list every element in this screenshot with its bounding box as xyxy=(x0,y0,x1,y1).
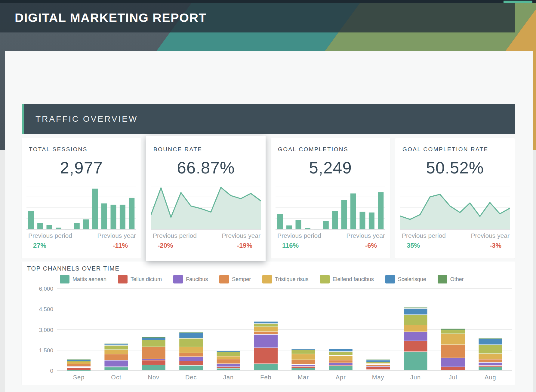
bar-segment-mattis-aenean[interactable] xyxy=(479,367,502,370)
bar-segment-scelerisque[interactable] xyxy=(104,344,128,345)
bar-segment-other[interactable] xyxy=(441,329,465,330)
bar-segment-tellus-dictum[interactable] xyxy=(479,366,502,367)
bar-segment-mattis-aenean[interactable] xyxy=(104,367,128,370)
legend-item-tellus-dictum[interactable]: Tellus dictum xyxy=(118,275,162,283)
bar-segment-scelerisque[interactable] xyxy=(329,349,353,351)
bar-segment-mattis-aenean[interactable] xyxy=(142,365,165,370)
bar-segment-other[interactable] xyxy=(254,321,278,321)
bar-segment-tellus-dictum[interactable] xyxy=(366,367,390,369)
bar-segment-tellus-dictum[interactable] xyxy=(217,367,240,368)
bar-segment-tristique-risus[interactable] xyxy=(104,350,128,354)
scroll-progress-indicator[interactable] xyxy=(504,1,532,3)
bar-segment-mattis-aenean[interactable] xyxy=(366,370,390,370)
bar-segment-scelerisque[interactable] xyxy=(366,360,390,362)
bar-segment-tristique-risus[interactable] xyxy=(441,334,465,345)
bar-segment-scelerisque[interactable] xyxy=(479,339,502,345)
bar-segment-other[interactable] xyxy=(217,351,240,351)
legend-item-faucibus[interactable]: Faucibus xyxy=(173,275,208,283)
bar-segment-semper[interactable] xyxy=(67,364,91,366)
bar-segment-tellus-dictum[interactable] xyxy=(291,367,315,368)
bar-segment-scelerisque[interactable] xyxy=(291,349,315,350)
bar-segment-faucibus[interactable] xyxy=(104,360,128,366)
bar-segment-semper[interactable] xyxy=(441,345,465,358)
bar-segment-tellus-dictum[interactable] xyxy=(441,367,465,370)
bar-segment-other[interactable] xyxy=(67,360,91,360)
kpi-card-total-sessions[interactable]: TOTAL SESSIONS 2,977 Previous period Pre… xyxy=(22,138,141,259)
bar-segment-other[interactable] xyxy=(291,349,315,349)
bar-segment-tellus-dictum[interactable] xyxy=(329,366,353,366)
bar-segment-eleifend-faucibus[interactable] xyxy=(67,361,91,362)
bar-segment-scelerisque[interactable] xyxy=(217,351,240,352)
bar-segment-other[interactable] xyxy=(479,338,502,338)
bar-segment-tristique-risus[interactable] xyxy=(179,347,203,353)
bar-segment-mattis-aenean[interactable] xyxy=(291,368,315,370)
bar-segment-semper[interactable] xyxy=(329,360,353,363)
bar-segment-tristique-risus[interactable] xyxy=(366,364,390,364)
bar-segment-faucibus[interactable] xyxy=(142,359,165,360)
bar-segment-tellus-dictum[interactable] xyxy=(104,367,128,367)
bar-segment-eleifend-faucibus[interactable] xyxy=(441,330,465,333)
bar-segment-semper[interactable] xyxy=(366,365,390,366)
bar-segment-scelerisque[interactable] xyxy=(142,338,165,340)
bar-segment-other[interactable] xyxy=(404,308,427,308)
legend-item-semper[interactable]: Semper xyxy=(219,275,251,283)
bar-segment-other[interactable] xyxy=(329,349,353,349)
bar-segment-tellus-dictum[interactable] xyxy=(67,368,91,370)
bar-segment-faucibus[interactable] xyxy=(291,365,315,366)
bar-segment-faucibus[interactable] xyxy=(404,332,427,341)
bar-segment-other[interactable] xyxy=(104,344,128,344)
kpi-card-goal-completion-rate[interactable]: GOAL COMPLETION RATE 50.52% Previous per… xyxy=(395,138,515,259)
bar-segment-semper[interactable] xyxy=(291,360,315,364)
bar-segment-mattis-aenean[interactable] xyxy=(404,352,427,370)
bar-segment-tristique-risus[interactable] xyxy=(404,325,427,332)
bar-segment-tristique-risus[interactable] xyxy=(479,354,502,359)
bar-segment-mattis-aenean[interactable] xyxy=(254,364,278,370)
bar-segment-mattis-aenean[interactable] xyxy=(329,366,353,370)
legend-item-eleifend-faucibus[interactable]: Eleifend faucibus xyxy=(320,275,374,283)
bar-segment-eleifend-faucibus[interactable] xyxy=(217,352,240,356)
bar-segment-faucibus[interactable] xyxy=(366,366,390,367)
bar-segment-semper[interactable] xyxy=(254,332,278,334)
bar-segment-eleifend-faucibus[interactable] xyxy=(254,324,278,327)
bar-segment-tellus-dictum[interactable] xyxy=(254,348,278,364)
bar-segment-faucibus[interactable] xyxy=(217,364,240,367)
kpi-card-goal-completions[interactable]: GOAL COMPLETIONS 5,249 Previous period P… xyxy=(271,138,390,259)
bar-segment-tristique-risus[interactable] xyxy=(329,356,353,360)
bar-segment-eleifend-faucibus[interactable] xyxy=(291,350,315,354)
legend-item-scelerisque[interactable]: Scelerisque xyxy=(385,275,426,283)
bar-segment-tristique-risus[interactable] xyxy=(291,354,315,360)
stacked-bar-chart[interactable]: 01,5003,0004,5006,000SepOctNovDecJanFebM… xyxy=(22,286,515,385)
legend-item-mattis-aenean[interactable]: Mattis aenean xyxy=(60,275,106,283)
bar-segment-faucibus[interactable] xyxy=(479,363,502,365)
bar-segment-semper[interactable] xyxy=(104,354,128,360)
bar-segment-semper[interactable] xyxy=(479,360,502,363)
legend-item-other[interactable]: Other xyxy=(438,275,464,283)
bar-segment-eleifend-faucibus[interactable] xyxy=(179,338,203,347)
bar-segment-mattis-aenean[interactable] xyxy=(217,369,240,370)
bar-segment-eleifend-faucibus[interactable] xyxy=(404,315,427,325)
bar-segment-tristique-risus[interactable] xyxy=(217,357,240,359)
bar-segment-scelerisque[interactable] xyxy=(404,309,427,314)
bar-segment-faucibus[interactable] xyxy=(67,367,91,367)
bar-segment-tristique-risus[interactable] xyxy=(67,362,91,364)
kpi-card-bounce-rate[interactable]: BOUNCE RATE 66.87% Previous period Previ… xyxy=(146,136,266,261)
bar-segment-faucibus[interactable] xyxy=(329,363,353,365)
bar-segment-faucibus[interactable] xyxy=(179,357,203,361)
bar-segment-scelerisque[interactable] xyxy=(179,333,203,338)
bar-segment-other[interactable] xyxy=(142,337,165,338)
bar-segment-eleifend-faucibus[interactable] xyxy=(142,340,165,347)
bar-segment-semper[interactable] xyxy=(217,359,240,363)
bar-segment-tellus-dictum[interactable] xyxy=(179,361,203,365)
bar-segment-eleifend-faucibus[interactable] xyxy=(104,346,128,350)
bar-segment-eleifend-faucibus[interactable] xyxy=(366,362,390,363)
bar-segment-semper[interactable] xyxy=(142,347,165,359)
bar-segment-tristique-risus[interactable] xyxy=(254,327,278,332)
bar-segment-other[interactable] xyxy=(179,332,203,333)
bar-segment-eleifend-faucibus[interactable] xyxy=(479,345,502,354)
bar-segment-faucibus[interactable] xyxy=(254,335,278,348)
legend-item-tristique-risus[interactable]: Tristique risus xyxy=(262,275,308,283)
bar-segment-semper[interactable] xyxy=(179,353,203,357)
bar-segment-tellus-dictum[interactable] xyxy=(142,360,165,365)
bar-segment-tellus-dictum[interactable] xyxy=(404,341,427,352)
bar-segment-mattis-aenean[interactable] xyxy=(67,370,91,371)
